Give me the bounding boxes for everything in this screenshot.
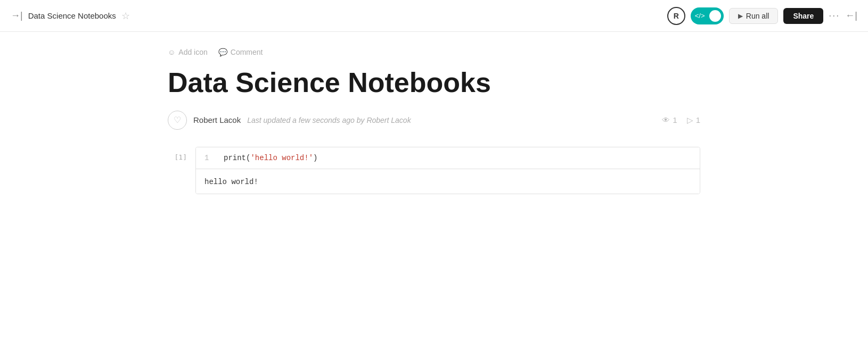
top-nav: →| Data Science Notebooks ☆ R </> ▶ Run … bbox=[0, 0, 868, 32]
star-icon[interactable]: ☆ bbox=[121, 10, 130, 22]
nav-right: R </> ▶ Run all Share ··· ←| bbox=[667, 7, 857, 25]
line-number: 1 bbox=[204, 154, 213, 162]
heart-button[interactable]: ♡ bbox=[168, 111, 187, 130]
author-stats: 👁 1 ▷ 1 bbox=[662, 115, 700, 125]
code-toggle[interactable]: </> bbox=[691, 7, 724, 24]
run-all-button[interactable]: ▶ Run all bbox=[729, 8, 779, 24]
cell-number: [1] bbox=[168, 147, 187, 161]
main-content: ☺ Add icon 💬 Comment Data Science Notebo… bbox=[61, 32, 807, 210]
expand-sidebar-icon[interactable]: →| bbox=[11, 10, 23, 21]
eye-icon: 👁 bbox=[662, 115, 670, 124]
nav-left: →| Data Science Notebooks ☆ bbox=[11, 10, 661, 22]
output-text: hello world! bbox=[204, 178, 258, 186]
code-function: print bbox=[224, 154, 246, 162]
doc-toolbar: ☺ Add icon 💬 Comment bbox=[168, 48, 700, 56]
output-section: hello world! bbox=[196, 169, 700, 194]
author-meta: Last updated a few seconds ago by Robert… bbox=[247, 116, 411, 124]
author-name: Robert Lacok bbox=[193, 115, 241, 124]
code-string: 'hello world!' bbox=[250, 154, 313, 162]
collapse-sidebar-icon[interactable]: ←| bbox=[845, 10, 857, 21]
nav-title: Data Science Notebooks bbox=[28, 11, 116, 20]
comment-button[interactable]: 💬 Comment bbox=[218, 48, 263, 56]
r-user-badge[interactable]: R bbox=[667, 7, 685, 25]
comment-icon: 💬 bbox=[218, 48, 227, 56]
code-cell-wrapper: [1] 1 print('hello world!') hello world! bbox=[168, 147, 700, 194]
run-icon: ▷ bbox=[687, 115, 693, 125]
play-icon: ▶ bbox=[738, 12, 743, 20]
code-toggle-icon: </> bbox=[695, 12, 705, 20]
more-options-icon[interactable]: ··· bbox=[829, 10, 840, 21]
share-button[interactable]: Share bbox=[783, 8, 823, 24]
code-cell[interactable]: 1 print('hello world!') hello world! bbox=[195, 147, 700, 194]
views-stat: 👁 1 bbox=[662, 115, 677, 124]
author-row: ♡ Robert Lacok Last updated a few second… bbox=[168, 111, 700, 130]
runs-stat: ▷ 1 bbox=[687, 115, 700, 125]
heart-icon: ♡ bbox=[174, 115, 181, 125]
code-section: 1 print('hello world!') bbox=[196, 147, 700, 169]
add-icon-button[interactable]: ☺ Add icon bbox=[168, 48, 208, 56]
smiley-icon: ☺ bbox=[168, 48, 175, 56]
code-content: print('hello world!') bbox=[224, 154, 317, 162]
toggle-circle bbox=[709, 10, 721, 22]
page-title: Data Science Notebooks bbox=[168, 67, 700, 99]
